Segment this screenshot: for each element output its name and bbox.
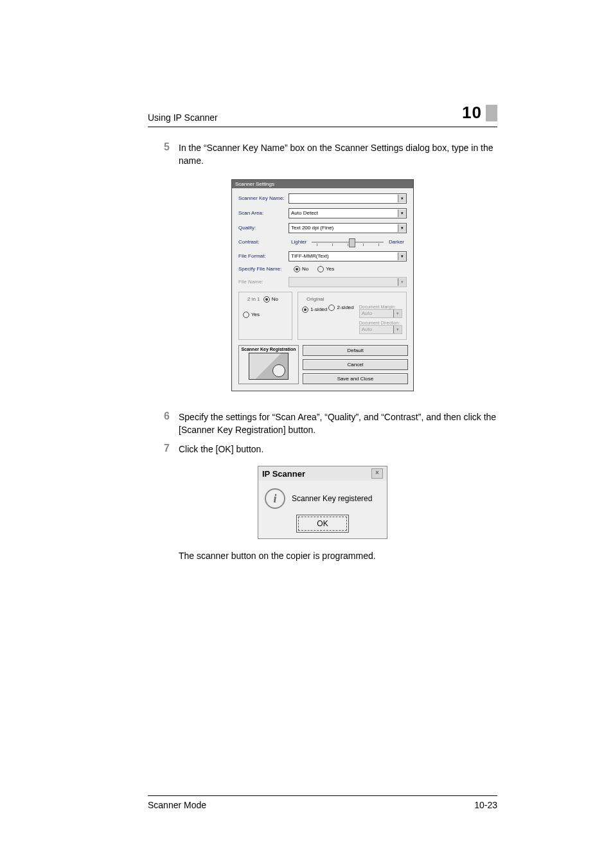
confirm-dialog: IP Scanner × i Scanner Key registered OK — [258, 466, 387, 539]
default-button[interactable]: Default — [303, 345, 408, 356]
no-label-2: No — [272, 296, 278, 302]
yes-label: Yes — [326, 266, 334, 272]
step-text: In the “Scanner Key Name” box on the Sca… — [179, 141, 497, 168]
twoinone-no-radio[interactable]: No — [263, 296, 278, 303]
after-text: The scanner button on the copier is prog… — [179, 549, 376, 562]
chevron-down-icon[interactable]: ▾ — [398, 195, 406, 202]
step-text: Specify the settings for “Scan Area”, “Q… — [179, 411, 497, 437]
specify-file-name-label: Specify File Name: — [238, 266, 289, 272]
reg-title: Scanner Key Registration — [240, 347, 297, 351]
footer-right: 10-23 — [474, 800, 497, 810]
file-name-input: ▾ — [289, 277, 407, 287]
lighter-label: Lighter — [289, 239, 309, 245]
file-format-select[interactable]: TIFF-MMR(Text) ▾ — [289, 251, 407, 261]
slider-thumb[interactable] — [349, 238, 355, 247]
doc-direction-label: Document Direction: — [359, 321, 402, 325]
section-title: Using IP Scanner — [148, 112, 218, 123]
scan-area-label: Scan Area: — [238, 210, 289, 216]
radio-icon — [294, 266, 300, 272]
scanner-settings-dialog-wrap: Scanner Settings Scanner Key Name: ▾ Sca… — [148, 179, 497, 391]
chevron-down-icon: ▾ — [398, 278, 406, 286]
confirm-title-bar: IP Scanner × — [258, 466, 387, 481]
close-icon[interactable]: × — [371, 468, 383, 479]
quality-value: Text 200 dpi (Fine) — [291, 225, 333, 231]
page: Using IP Scanner 10 5 In the “Scanner Ke… — [0, 0, 613, 868]
slider-track — [312, 242, 384, 243]
ok-button[interactable]: OK — [298, 517, 346, 531]
confirm-title: IP Scanner — [262, 469, 305, 479]
scanner-key-registration-button[interactable]: Scanner Key Registration — [238, 345, 299, 384]
step-number: 5 — [148, 141, 179, 153]
save-close-button[interactable]: Save and Close — [303, 373, 408, 384]
step-6: 6 Specify the settings for “Scan Area”, … — [148, 411, 497, 437]
yes-label-2: Yes — [251, 312, 260, 317]
doc-direction-value: Auto — [362, 326, 372, 332]
file-format-label: File Format: — [238, 253, 289, 259]
printer-icon — [249, 353, 289, 380]
doc-margin-select: Auto ▾ — [359, 309, 402, 318]
no-label: No — [302, 266, 308, 272]
scan-area-value: Auto Detect — [291, 210, 318, 216]
scanner-settings-dialog: Scanner Settings Scanner Key Name: ▾ Sca… — [231, 179, 414, 391]
page-header: Using IP Scanner 10 — [148, 103, 497, 127]
page-footer: Scanner Mode 10-23 — [148, 795, 497, 810]
after-note: The scanner button on the copier is prog… — [148, 549, 497, 562]
two-in-one-group: 2 in 1 No Yes — [238, 292, 292, 340]
radio-icon — [328, 305, 335, 311]
step-number: 6 — [148, 411, 179, 422]
quality-select[interactable]: Text 200 dpi (Fine) ▾ — [289, 223, 407, 233]
radio-icon — [243, 312, 249, 318]
scan-area-select[interactable]: Auto Detect ▾ — [289, 208, 407, 218]
contrast-slider[interactable] — [309, 238, 386, 247]
dialog-body: Scanner Key Name: ▾ Scan Area: Auto Dete… — [232, 188, 413, 391]
twoinone-yes-radio[interactable]: Yes — [243, 312, 260, 318]
step-number: 7 — [148, 443, 179, 454]
original-group: Original 1-sided 2-sided — [298, 292, 407, 340]
darker-label: Darker — [386, 239, 407, 245]
chevron-down-icon: ▾ — [393, 310, 402, 317]
contrast-label: Contrast: — [238, 239, 289, 245]
info-icon: i — [265, 488, 285, 509]
radio-icon — [302, 306, 308, 313]
chapter-indicator: 10 — [462, 103, 497, 123]
two-in-one-legend: 2 in 1 — [245, 296, 262, 302]
cancel-button[interactable]: Cancel — [303, 359, 408, 370]
dialog-title: Scanner Settings — [232, 180, 413, 188]
chevron-down-icon[interactable]: ▾ — [398, 252, 406, 260]
radio-icon — [317, 266, 324, 272]
two-sided-radio[interactable]: 2-sided — [328, 305, 353, 311]
doc-direction-select: Auto ▾ — [359, 325, 402, 334]
specify-yes-radio[interactable]: Yes — [317, 266, 334, 272]
two-sided-label: 2-sided — [337, 305, 353, 310]
chevron-down-icon[interactable]: ▾ — [398, 224, 406, 232]
step-5: 5 In the “Scanner Key Name” box on the S… — [148, 141, 497, 168]
scanner-key-name-input[interactable]: ▾ — [289, 193, 407, 204]
footer-left: Scanner Mode — [148, 800, 206, 810]
quality-label: Quality: — [238, 225, 289, 231]
doc-margin-value: Auto — [362, 310, 372, 316]
step-text: Click the [OK] button. — [179, 443, 263, 456]
radio-icon — [263, 296, 270, 303]
confirm-message: Scanner Key registered — [292, 494, 372, 503]
original-legend: Original — [305, 296, 326, 302]
step-7: 7 Click the [OK] button. — [148, 443, 497, 456]
confirm-dialog-wrap: IP Scanner × i Scanner Key registered OK — [148, 466, 497, 539]
file-name-label: File Name: — [238, 279, 289, 285]
doc-margin-label: Document Margin: — [359, 305, 402, 309]
scanner-key-name-label: Scanner Key Name: — [238, 195, 289, 201]
chapter-number: 10 — [462, 103, 482, 123]
chevron-down-icon[interactable]: ▾ — [398, 209, 406, 217]
one-sided-radio[interactable]: 1-sided — [302, 306, 327, 313]
file-format-value: TIFF-MMR(Text) — [291, 253, 329, 259]
specify-no-radio[interactable]: No — [294, 266, 308, 272]
one-sided-label: 1-sided — [310, 306, 327, 312]
chevron-down-icon: ▾ — [393, 326, 402, 333]
chapter-bar — [486, 105, 497, 121]
